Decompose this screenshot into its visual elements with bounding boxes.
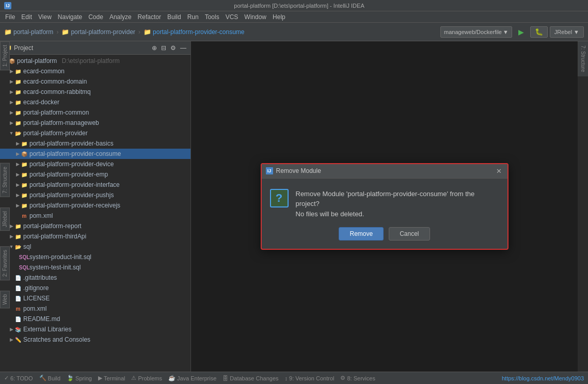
breadcrumb-consume[interactable]: 📁 portal-platform-provider-consume xyxy=(144,28,244,36)
menu-item-refactor[interactable]: Refactor xyxy=(135,11,164,22)
dialog-titlebar: IJ Remove Module ✕ xyxy=(262,164,507,179)
dialog-title: Remove Module xyxy=(276,167,495,174)
status-java-enterprise[interactable]: ☕ Java Enterprise xyxy=(168,375,216,381)
breadcrumb-provider[interactable]: 📁 portal-platform-provider xyxy=(61,28,135,36)
pom-root-icon: m xyxy=(14,305,22,312)
menu-item-edit[interactable]: Edit xyxy=(18,11,35,22)
list-item[interactable]: 📄 .gitignore xyxy=(0,283,190,293)
tree-root[interactable]: ▼ 📦 portal-platform D:\ets\portal-platfo… xyxy=(0,56,190,66)
menu-item-build[interactable]: Build xyxy=(164,11,184,22)
list-item[interactable]: ▶ 📁 portal-platform-manageweb xyxy=(0,118,190,128)
git-icon: 📄 xyxy=(14,274,22,281)
project-panel-title: Project xyxy=(14,44,33,52)
menu-item-code[interactable]: Code xyxy=(85,11,106,22)
main-layout: 📁 Project ⊕ ⊟ ⚙ — ▼ 📦 portal-platform D:… xyxy=(0,41,588,372)
list-item[interactable]: ▶ ✏️ Scratches and Consoles xyxy=(0,334,190,345)
list-item[interactable]: ▶ 📁 portal-platform-thirdApi xyxy=(0,231,190,242)
menu-item-file[interactable]: File xyxy=(2,11,18,22)
status-spring[interactable]: 🍃 Spring xyxy=(67,375,92,381)
app-icon: IJ xyxy=(4,2,11,9)
list-item[interactable]: ▶ 📁 ecard-common-rabbitmq xyxy=(0,87,190,97)
list-item[interactable]: SQL system-test-init.sql xyxy=(0,262,190,273)
status-build[interactable]: 🔨 Build xyxy=(39,375,60,381)
list-item[interactable]: 📄 LICENSE xyxy=(0,293,190,303)
jrebel-dropdown[interactable]: JRebel ▼ xyxy=(550,26,584,38)
toolbar: 📁 portal-platform › 📁 portal-platform-pr… xyxy=(0,23,588,41)
list-item[interactable]: ▶ 📁 portal-platform-provider-interface xyxy=(0,180,190,190)
collapse-icon[interactable]: ⊟ xyxy=(161,44,166,52)
minimize-icon[interactable]: — xyxy=(180,44,186,52)
cancel-button[interactable]: Cancel xyxy=(389,227,430,241)
list-item[interactable]: ▼ 📂 portal-platform-provider xyxy=(0,128,190,138)
status-todo[interactable]: ✓ 6: TODO xyxy=(4,375,33,381)
vert-tab-jrebel[interactable]: JRebel xyxy=(0,207,10,231)
main-content: Search Everywhere Double Shift Go to Fil… xyxy=(191,41,578,372)
settings-icon[interactable]: ⚙ xyxy=(170,44,176,52)
status-problems[interactable]: ⚠ Problems xyxy=(131,375,162,381)
list-item[interactable]: ▶ 📁 portal-platform-provider-device xyxy=(0,159,190,169)
menu-item-tools[interactable]: Tools xyxy=(202,11,223,22)
list-item[interactable]: ▶ 📁 portal-platform-report xyxy=(0,221,190,231)
status-database-changes[interactable]: 🗄 Database Changes xyxy=(223,375,278,381)
scratch-icon: ✏️ xyxy=(14,336,22,343)
run-button[interactable]: ▶ xyxy=(514,26,528,38)
vert-tab-web[interactable]: Web xyxy=(0,291,10,308)
chevron-icon: ▼ xyxy=(574,29,579,35)
run-config[interactable]: manageweb/Dockerfile ▼ xyxy=(440,26,512,38)
menu-item-view[interactable]: View xyxy=(35,11,55,22)
menu-item-help[interactable]: Help xyxy=(269,11,289,22)
menu-item-analyze[interactable]: Analyze xyxy=(106,11,135,22)
folder-icon: 📁 xyxy=(14,222,22,230)
add-content-icon[interactable]: ⊕ xyxy=(152,44,157,52)
list-item[interactable]: ▶ 📁 ecard-docker xyxy=(0,97,190,107)
remove-button[interactable]: Remove xyxy=(339,227,384,241)
folder-open-icon: 📂 xyxy=(14,130,22,137)
chevron-down-icon: ▼ xyxy=(503,29,508,35)
list-item[interactable]: ▶ 📁 ecard-common xyxy=(0,66,190,76)
folder-open-icon: 📂 xyxy=(14,243,22,250)
breadcrumb-root[interactable]: 📁 portal-platform xyxy=(4,28,53,36)
list-item[interactable]: 📄 .gitattributes xyxy=(0,273,190,283)
right-tab-structure[interactable]: 7: Structure xyxy=(578,41,588,76)
vert-tab-structure[interactable]: 7: Structure xyxy=(0,163,10,197)
dialog-message: Remove Module 'portal-platform-provider-… xyxy=(296,189,497,219)
menu-item-run[interactable]: Run xyxy=(184,11,202,22)
dialog-buttons: Remove Cancel xyxy=(262,227,507,249)
vert-tab-favorites[interactable]: 2: Favorites xyxy=(0,246,10,280)
list-item[interactable]: 📄 README.md xyxy=(0,314,190,324)
vert-tab-project[interactable]: 1: Project xyxy=(0,41,10,70)
list-item[interactable]: m pom.xml xyxy=(0,303,190,314)
folder-icon2: 📁 xyxy=(61,28,69,36)
dialog-close-button[interactable]: ✕ xyxy=(495,167,503,175)
status-services[interactable]: ⚙ 8: Services xyxy=(340,375,375,381)
status-terminal[interactable]: ▶ Terminal xyxy=(98,375,125,381)
list-item[interactable]: ▶ 📁 ecard-common-domain xyxy=(0,76,190,87)
menu-item-vcs[interactable]: VCS xyxy=(223,11,242,22)
module-icon: 📦 xyxy=(21,150,28,157)
list-item[interactable]: SQL system-product-init.sql xyxy=(0,252,190,262)
folder-icon: 📁 xyxy=(14,99,22,106)
list-item[interactable]: ▶ 📁 portal-platform-common xyxy=(0,107,190,118)
left-vert-tabs: 1: Project 7: Structure JRebel 2: Favori… xyxy=(0,41,10,309)
folder-icon: 📁 xyxy=(21,171,28,178)
dialog-overlay: IJ Remove Module ✕ ? Remove Module 'port… xyxy=(191,41,578,372)
list-item[interactable]: ▼ 📂 sql xyxy=(0,242,190,252)
menu-item-window[interactable]: Window xyxy=(241,11,269,22)
license-icon: 📄 xyxy=(14,295,22,302)
debug-button[interactable]: 🐛 xyxy=(530,26,548,38)
list-item[interactable]: ▶ 📁 portal-platform-provider-emp xyxy=(0,169,190,180)
menu-item-navigate[interactable]: Navigate xyxy=(55,11,85,22)
list-item[interactable]: ▶ 📚 External Libraries xyxy=(0,324,190,334)
folder-icon: 📁 xyxy=(21,191,28,199)
services-icon: ⚙ xyxy=(340,375,345,381)
list-item[interactable]: ▶ 📁 portal-platform-provider-pushjs xyxy=(0,190,190,200)
list-item[interactable]: m pom.xml xyxy=(0,211,190,221)
list-item[interactable]: ▶ 📦 portal-platform-provider-consume xyxy=(0,149,190,159)
run-config-label: manageweb/Dockerfile xyxy=(444,29,502,35)
dialog-body: ? Remove Module 'portal-platform-provide… xyxy=(262,179,507,228)
status-version-control[interactable]: ↕ 9: Version Control xyxy=(285,375,335,381)
window-title: portal-platform [D:\ets\portal-platform]… xyxy=(14,3,584,9)
list-item[interactable]: ▶ 📁 portal-platform-provider-receivejs xyxy=(0,200,190,211)
spring-icon: 🍃 xyxy=(67,375,74,381)
list-item[interactable]: ▶ 📁 portal-platform-provider-basics xyxy=(0,138,190,149)
